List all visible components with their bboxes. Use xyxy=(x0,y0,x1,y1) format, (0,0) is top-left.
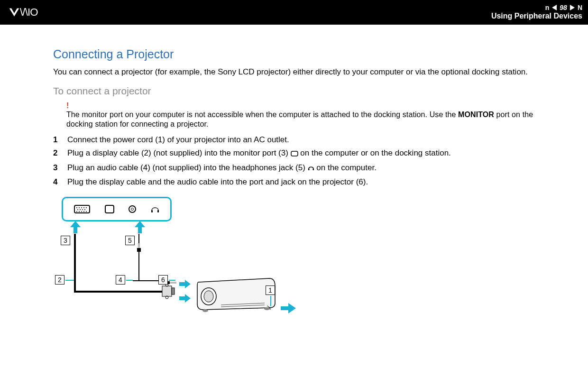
nav-prev-letter: n xyxy=(545,4,550,11)
svg-point-16 xyxy=(202,309,208,312)
svg-rect-7 xyxy=(137,248,141,252)
leader-line xyxy=(169,280,175,281)
step-3: 3 Plug an audio cable (4) (not supplied)… xyxy=(53,162,561,175)
step-text: Plug an audio cable (4) (not supplied) i… xyxy=(67,162,377,175)
step-number: 1 xyxy=(53,134,61,146)
leader-line xyxy=(65,280,74,281)
warning-block: ! The monitor port on your computer is n… xyxy=(66,101,561,129)
sub-heading: To connect a projector xyxy=(53,85,561,97)
monitor-port-icon xyxy=(291,148,298,160)
step-number: 4 xyxy=(53,176,61,188)
svg-rect-6 xyxy=(138,243,140,248)
header-right: n 98 N Using Peripheral Devices xyxy=(491,4,582,20)
callout-3: 3 xyxy=(61,236,70,245)
doc-header: \/\IO n 98 N Using Peripheral Devices xyxy=(0,0,588,25)
step-number: 2 xyxy=(53,147,61,159)
step-1: 1 Connect the power cord (1) of your pro… xyxy=(53,134,561,146)
nav-prev-icon[interactable] xyxy=(552,5,557,10)
step-text: Plug the display cable and the audio cab… xyxy=(67,176,368,188)
note-bold: MONITOR xyxy=(458,110,494,119)
round-port-icon xyxy=(129,205,136,213)
leader-line xyxy=(126,280,133,281)
svg-rect-4 xyxy=(151,210,153,212)
warning-mark-icon: ! xyxy=(66,101,561,110)
page-content: Connecting a Projector You can connect a… xyxy=(0,25,588,320)
vga-port-icon xyxy=(74,205,90,213)
svg-rect-1 xyxy=(291,151,298,156)
computer-port-panel xyxy=(62,197,172,221)
step-4: 4 Plug the display cable and the audio c… xyxy=(53,176,561,188)
svg-rect-10 xyxy=(162,286,172,296)
display-cable xyxy=(74,291,162,293)
svg-rect-2 xyxy=(308,168,310,170)
arrow-up-icon xyxy=(70,221,81,233)
audio-cable xyxy=(138,234,139,281)
arrow-right-icon xyxy=(179,294,191,303)
step-number: 3 xyxy=(53,162,61,174)
arrow-right-icon xyxy=(179,280,191,288)
step-2: 2 Plug a display cable (2) (not supplied… xyxy=(53,147,561,160)
section-title: Connecting a Projector xyxy=(53,47,561,61)
callout-2: 2 xyxy=(55,275,64,285)
svg-text:\/\IO: \/\IO xyxy=(20,7,38,18)
callout-4: 4 xyxy=(116,275,125,285)
display-cable xyxy=(74,234,76,293)
note-pre: The monitor port on your computer is not… xyxy=(66,110,458,119)
step-pre: Plug a display cable (2) (not supplied) … xyxy=(67,148,291,157)
step-pre: Plug an audio cable (4) (not supplied) i… xyxy=(67,163,308,172)
callout-5: 5 xyxy=(125,236,135,245)
chapter-title: Using Peripheral Devices xyxy=(491,12,582,20)
connection-diagram: 3 5 2 4 6 1 xyxy=(62,197,327,320)
svg-rect-3 xyxy=(312,168,314,170)
callout-6: 6 xyxy=(158,275,168,285)
svg-rect-11 xyxy=(172,288,175,294)
nav-next-icon[interactable] xyxy=(570,5,575,10)
svg-rect-5 xyxy=(157,210,159,212)
step-text: Plug a display cable (2) (not supplied) … xyxy=(67,147,451,160)
arrow-up-icon xyxy=(135,221,145,233)
callout-1: 1 xyxy=(266,285,275,295)
step-post: on the computer or on the docking statio… xyxy=(298,148,451,157)
nav-next-letter: N xyxy=(578,4,582,11)
intro-text: You can connect a projector (for example… xyxy=(53,67,561,78)
step-post: on the computer. xyxy=(314,163,377,172)
headphones-port-icon xyxy=(151,205,159,213)
vga-connector-icon xyxy=(161,282,175,300)
tv-port-icon xyxy=(105,205,114,213)
svg-point-17 xyxy=(264,307,270,310)
leader-line xyxy=(270,296,271,306)
warning-note: The monitor port on your computer is not… xyxy=(66,110,561,129)
arrow-right-icon xyxy=(281,303,296,313)
svg-point-15 xyxy=(204,291,213,302)
headphones-jack-icon xyxy=(308,163,314,175)
page-number: 98 xyxy=(560,4,567,11)
page-nav: n 98 N xyxy=(491,4,582,11)
vaio-logo: \/\IO xyxy=(9,7,65,18)
steps-list: 1 Connect the power cord (1) of your pro… xyxy=(53,134,561,188)
audio-plug-icon xyxy=(136,243,142,256)
step-text: Connect the power cord (1) of your proje… xyxy=(67,134,289,146)
